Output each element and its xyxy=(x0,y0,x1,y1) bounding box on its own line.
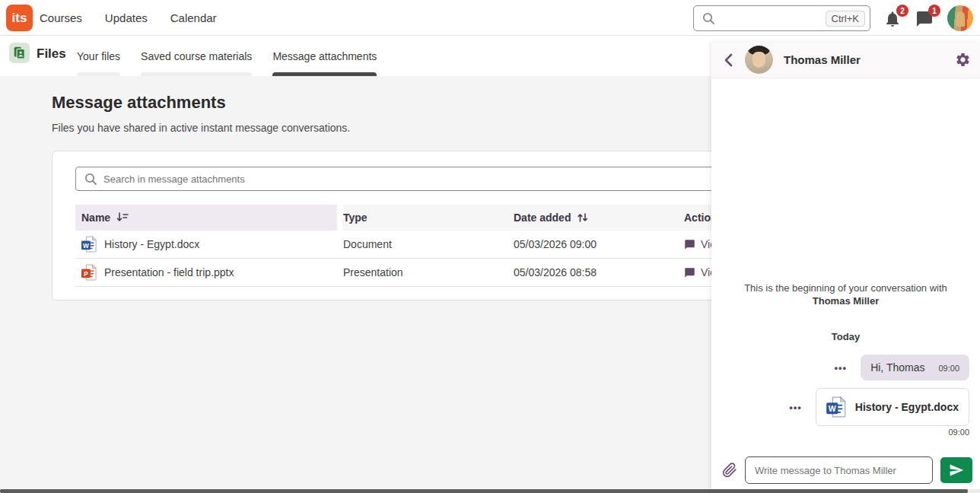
gear-icon xyxy=(955,52,971,68)
nav-updates[interactable]: Updates xyxy=(105,11,148,24)
page-title: Message attachments xyxy=(52,93,226,113)
paperclip-icon xyxy=(722,463,737,478)
tab-saved-course-materials[interactable]: Saved course materials xyxy=(141,36,252,76)
notifications-badge: 2 xyxy=(896,5,908,17)
nav-courses[interactable]: Courses xyxy=(40,11,82,24)
chat-header: Thomas Miller xyxy=(711,42,980,78)
messages-button[interactable]: 1 xyxy=(913,8,936,30)
top-nav-links: Courses Updates Calendar xyxy=(40,0,217,36)
itslearning-logo[interactable]: its xyxy=(6,5,33,31)
file-date: 05/03/2026 08:58 xyxy=(514,266,684,278)
intro-contact-name: Thomas Miller xyxy=(813,295,879,307)
top-navbar: its Courses Updates Calendar Ctrl+K 2 1 xyxy=(0,0,980,36)
page-subtitle: Files you have shared in active instant … xyxy=(52,122,350,134)
sort-descending-icon xyxy=(116,212,129,223)
conversation-intro: This is the beginning of your conversati… xyxy=(727,281,965,308)
file-type: Presentation xyxy=(343,266,514,278)
message-row: ••• Hi, Thomas 09:00 xyxy=(711,355,980,380)
nav-calendar[interactable]: Calendar xyxy=(170,11,217,24)
message-row: ••• W History - Egypt.docx xyxy=(711,388,980,426)
conversation-area: This is the beginning of your conversati… xyxy=(711,78,980,447)
chat-bubble-icon xyxy=(684,267,695,278)
column-header-name[interactable]: Name xyxy=(75,205,343,231)
message-time: 09:00 xyxy=(938,364,959,373)
global-search[interactable]: Ctrl+K xyxy=(693,5,870,31)
chat-settings-button[interactable] xyxy=(945,52,980,68)
column-header-date-added[interactable]: Date added xyxy=(514,205,684,231)
search-icon xyxy=(84,172,97,186)
contact-name: Thomas Miller xyxy=(784,53,945,66)
chat-input-bar xyxy=(711,456,980,484)
message-options-button[interactable]: ••• xyxy=(834,362,847,374)
message-input[interactable] xyxy=(745,456,933,484)
chat-panel: Thomas Miller This is the beginning of y… xyxy=(711,42,980,493)
search-icon xyxy=(702,11,715,25)
file-type: Document xyxy=(343,238,514,250)
tab-message-attachments[interactable]: Message attachments xyxy=(272,36,377,76)
send-button[interactable] xyxy=(940,457,972,483)
chevron-left-icon xyxy=(724,53,733,67)
files-title: Files xyxy=(37,46,66,62)
attached-file-name: History - Egypt.docx xyxy=(855,401,959,413)
messages-badge: 1 xyxy=(928,5,940,17)
search-shortcut-badge: Ctrl+K xyxy=(826,11,865,27)
global-search-input[interactable] xyxy=(715,13,826,24)
send-icon xyxy=(949,463,964,478)
column-header-type[interactable]: Type xyxy=(343,205,514,231)
contact-avatar[interactable] xyxy=(745,46,773,74)
user-avatar[interactable] xyxy=(947,5,973,31)
file-attachment-message[interactable]: W History - Egypt.docx xyxy=(816,388,969,426)
sort-toggle-icon xyxy=(577,212,589,223)
day-separator: Today xyxy=(711,331,980,342)
svg-text:W: W xyxy=(829,404,836,413)
scrollbar-thumb[interactable] xyxy=(0,489,968,493)
message-text: Hi, Thomas xyxy=(870,361,924,374)
message-options-button[interactable]: ••• xyxy=(789,402,802,413)
file-name[interactable]: History - Egypt.docx xyxy=(104,238,199,250)
svg-text:P: P xyxy=(84,271,88,278)
powerpoint-file-icon: P xyxy=(81,264,97,281)
tab-your-files[interactable]: Your files xyxy=(77,36,120,76)
files-tabs: Your files Saved course materials Messag… xyxy=(77,36,397,76)
notifications-button[interactable]: 2 xyxy=(881,8,904,30)
back-button[interactable] xyxy=(711,53,745,67)
word-file-icon: W xyxy=(826,396,846,418)
svg-text:W: W xyxy=(83,243,89,250)
attach-file-button[interactable] xyxy=(722,463,737,478)
word-file-icon: W xyxy=(81,236,97,253)
files-app-icon xyxy=(9,43,30,63)
file-name[interactable]: Presentation - field trip.pptx xyxy=(104,266,234,278)
outgoing-message-bubble: Hi, Thomas 09:00 xyxy=(861,355,969,380)
file-date: 05/03/2026 09:00 xyxy=(514,238,684,250)
message-time: 09:00 xyxy=(711,428,980,437)
chat-bubble-icon xyxy=(684,239,695,250)
horizontal-scrollbar[interactable] xyxy=(0,489,980,493)
